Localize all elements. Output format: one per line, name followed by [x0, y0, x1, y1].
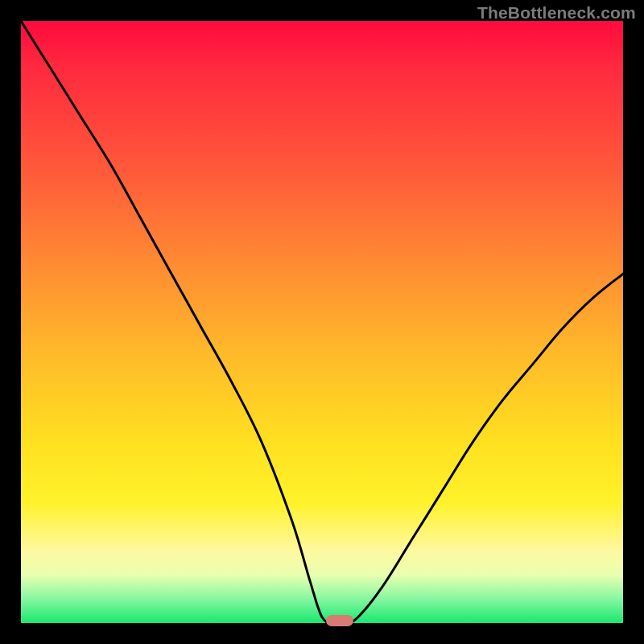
bottleneck-curve [21, 21, 623, 623]
plot-area [21, 21, 623, 623]
chart-frame: TheBottleneck.com [0, 0, 644, 644]
watermark-text: TheBottleneck.com [477, 3, 636, 23]
min-marker [326, 615, 353, 626]
